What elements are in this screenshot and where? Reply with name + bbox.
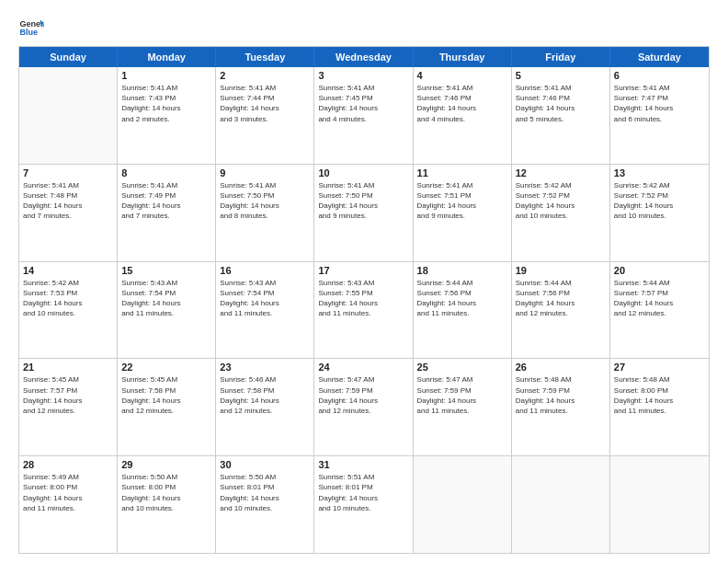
- cal-cell: 23Sunrise: 5:46 AM Sunset: 7:58 PM Dayli…: [216, 359, 314, 455]
- cal-cell: 21Sunrise: 5:45 AM Sunset: 7:57 PM Dayli…: [19, 359, 118, 455]
- day-number: 21: [23, 362, 113, 373]
- day-info: Sunrise: 5:41 AM Sunset: 7:44 PM Dayligh…: [220, 83, 310, 124]
- cal-cell: [414, 456, 512, 553]
- day-info: Sunrise: 5:41 AM Sunset: 7:46 PM Dayligh…: [516, 83, 606, 124]
- cal-cell: 20Sunrise: 5:44 AM Sunset: 7:57 PM Dayli…: [610, 262, 709, 359]
- day-info: Sunrise: 5:47 AM Sunset: 7:59 PM Dayligh…: [417, 374, 507, 416]
- day-number: 27: [614, 362, 705, 373]
- cal-cell: 7Sunrise: 5:41 AM Sunset: 7:48 PM Daylig…: [19, 165, 118, 261]
- day-info: Sunrise: 5:41 AM Sunset: 7:45 PM Dayligh…: [318, 83, 408, 124]
- day-number: 18: [417, 265, 507, 276]
- cal-week: 7Sunrise: 5:41 AM Sunset: 7:48 PM Daylig…: [19, 165, 709, 262]
- cal-cell: 29Sunrise: 5:50 AM Sunset: 8:00 PM Dayli…: [118, 456, 216, 553]
- day-number: 15: [121, 265, 211, 276]
- cal-cell: 1Sunrise: 5:41 AM Sunset: 7:43 PM Daylig…: [118, 67, 216, 164]
- day-info: Sunrise: 5:49 AM Sunset: 8:00 PM Dayligh…: [23, 472, 113, 513]
- day-number: 30: [220, 459, 310, 470]
- day-info: Sunrise: 5:43 AM Sunset: 7:54 PM Dayligh…: [220, 278, 310, 319]
- day-info: Sunrise: 5:44 AM Sunset: 7:56 PM Dayligh…: [516, 278, 606, 319]
- day-number: 26: [516, 362, 606, 373]
- calendar: SundayMondayTuesdayWednesdayThursdayFrid…: [18, 46, 710, 554]
- day-number: 10: [318, 167, 408, 178]
- calendar-header: SundayMondayTuesdayWednesdayThursdayFrid…: [19, 47, 709, 67]
- cal-cell: 2Sunrise: 5:41 AM Sunset: 7:44 PM Daylig…: [216, 67, 314, 164]
- cal-cell: 30Sunrise: 5:50 AM Sunset: 8:01 PM Dayli…: [216, 456, 314, 553]
- day-number: 25: [417, 362, 507, 373]
- cal-cell: 22Sunrise: 5:45 AM Sunset: 7:58 PM Dayli…: [118, 359, 216, 455]
- cal-cell: 17Sunrise: 5:43 AM Sunset: 7:55 PM Dayli…: [314, 262, 413, 359]
- day-number: 24: [318, 362, 408, 373]
- cal-header-cell: Tuesday: [216, 47, 314, 67]
- cal-week: 14Sunrise: 5:42 AM Sunset: 7:53 PM Dayli…: [19, 262, 709, 360]
- day-number: 29: [121, 459, 211, 470]
- cal-week: 28Sunrise: 5:49 AM Sunset: 8:00 PM Dayli…: [19, 456, 709, 553]
- calendar-body: 1Sunrise: 5:41 AM Sunset: 7:43 PM Daylig…: [19, 67, 709, 553]
- day-number: 7: [23, 167, 113, 178]
- day-number: 5: [516, 70, 606, 81]
- day-number: 1: [121, 70, 211, 81]
- cal-cell: 15Sunrise: 5:43 AM Sunset: 7:54 PM Dayli…: [118, 262, 216, 359]
- cal-cell: 24Sunrise: 5:47 AM Sunset: 7:59 PM Dayli…: [314, 359, 413, 455]
- cal-cell: 16Sunrise: 5:43 AM Sunset: 7:54 PM Dayli…: [216, 262, 314, 359]
- cal-cell: 13Sunrise: 5:42 AM Sunset: 7:52 PM Dayli…: [610, 165, 709, 261]
- day-info: Sunrise: 5:48 AM Sunset: 7:59 PM Dayligh…: [516, 374, 606, 416]
- cal-week: 21Sunrise: 5:45 AM Sunset: 7:57 PM Dayli…: [19, 359, 709, 456]
- day-number: 19: [516, 265, 606, 276]
- day-number: 8: [121, 167, 211, 178]
- cal-header-cell: Thursday: [414, 47, 512, 67]
- day-info: Sunrise: 5:48 AM Sunset: 8:00 PM Dayligh…: [614, 374, 705, 416]
- day-info: Sunrise: 5:41 AM Sunset: 7:51 PM Dayligh…: [417, 180, 507, 222]
- day-info: Sunrise: 5:41 AM Sunset: 7:47 PM Dayligh…: [614, 83, 705, 124]
- day-info: Sunrise: 5:41 AM Sunset: 7:48 PM Dayligh…: [23, 180, 113, 222]
- cal-cell: 10Sunrise: 5:41 AM Sunset: 7:50 PM Dayli…: [314, 165, 413, 261]
- day-info: Sunrise: 5:46 AM Sunset: 7:58 PM Dayligh…: [220, 374, 310, 416]
- cal-cell: 14Sunrise: 5:42 AM Sunset: 7:53 PM Dayli…: [19, 262, 118, 359]
- day-number: 13: [614, 167, 705, 178]
- day-info: Sunrise: 5:51 AM Sunset: 8:01 PM Dayligh…: [318, 472, 408, 513]
- day-number: 22: [121, 362, 211, 373]
- logo: General Blue: [18, 15, 44, 40]
- cal-cell: [19, 67, 118, 164]
- cal-header-cell: Sunday: [19, 47, 118, 67]
- day-info: Sunrise: 5:45 AM Sunset: 7:58 PM Dayligh…: [121, 374, 211, 416]
- day-number: 6: [614, 70, 705, 81]
- cal-header-cell: Monday: [118, 47, 216, 67]
- day-info: Sunrise: 5:41 AM Sunset: 7:50 PM Dayligh…: [220, 180, 310, 222]
- day-number: 9: [220, 167, 310, 178]
- cal-header-cell: Saturday: [610, 47, 709, 67]
- cal-cell: 3Sunrise: 5:41 AM Sunset: 7:45 PM Daylig…: [314, 67, 413, 164]
- day-info: Sunrise: 5:42 AM Sunset: 7:52 PM Dayligh…: [516, 180, 606, 222]
- day-number: 11: [417, 167, 507, 178]
- day-number: 17: [318, 265, 408, 276]
- day-info: Sunrise: 5:41 AM Sunset: 7:43 PM Dayligh…: [121, 83, 211, 124]
- day-info: Sunrise: 5:47 AM Sunset: 7:59 PM Dayligh…: [318, 374, 408, 416]
- cal-cell: 19Sunrise: 5:44 AM Sunset: 7:56 PM Dayli…: [512, 262, 610, 359]
- cal-cell: 18Sunrise: 5:44 AM Sunset: 7:56 PM Dayli…: [414, 262, 512, 359]
- cal-cell: 31Sunrise: 5:51 AM Sunset: 8:01 PM Dayli…: [314, 456, 413, 553]
- day-number: 3: [318, 70, 408, 81]
- cal-cell: 9Sunrise: 5:41 AM Sunset: 7:50 PM Daylig…: [216, 165, 314, 261]
- cal-cell: [610, 456, 709, 553]
- day-number: 31: [318, 459, 408, 470]
- day-info: Sunrise: 5:41 AM Sunset: 7:49 PM Dayligh…: [121, 180, 211, 222]
- day-info: Sunrise: 5:44 AM Sunset: 7:57 PM Dayligh…: [614, 278, 705, 319]
- day-number: 20: [614, 265, 705, 276]
- cal-cell: 4Sunrise: 5:41 AM Sunset: 7:46 PM Daylig…: [414, 67, 512, 164]
- day-info: Sunrise: 5:42 AM Sunset: 7:52 PM Dayligh…: [614, 180, 705, 222]
- day-number: 2: [220, 70, 310, 81]
- day-number: 28: [23, 459, 113, 470]
- cal-cell: 8Sunrise: 5:41 AM Sunset: 7:49 PM Daylig…: [118, 165, 216, 261]
- cal-week: 1Sunrise: 5:41 AM Sunset: 7:43 PM Daylig…: [19, 67, 709, 165]
- page: General Blue SundayMondayTuesdayWednesda…: [0, 0, 728, 563]
- day-number: 12: [516, 167, 606, 178]
- cal-cell: 11Sunrise: 5:41 AM Sunset: 7:51 PM Dayli…: [414, 165, 512, 261]
- header: General Blue: [18, 15, 710, 40]
- cal-cell: 25Sunrise: 5:47 AM Sunset: 7:59 PM Dayli…: [414, 359, 512, 455]
- svg-text:Blue: Blue: [19, 28, 38, 37]
- cal-cell: 26Sunrise: 5:48 AM Sunset: 7:59 PM Dayli…: [512, 359, 610, 455]
- day-info: Sunrise: 5:50 AM Sunset: 8:00 PM Dayligh…: [121, 472, 211, 513]
- logo-icon: General Blue: [18, 15, 44, 40]
- day-info: Sunrise: 5:43 AM Sunset: 7:55 PM Dayligh…: [318, 278, 408, 319]
- day-info: Sunrise: 5:41 AM Sunset: 7:50 PM Dayligh…: [318, 180, 408, 222]
- day-info: Sunrise: 5:44 AM Sunset: 7:56 PM Dayligh…: [417, 278, 507, 319]
